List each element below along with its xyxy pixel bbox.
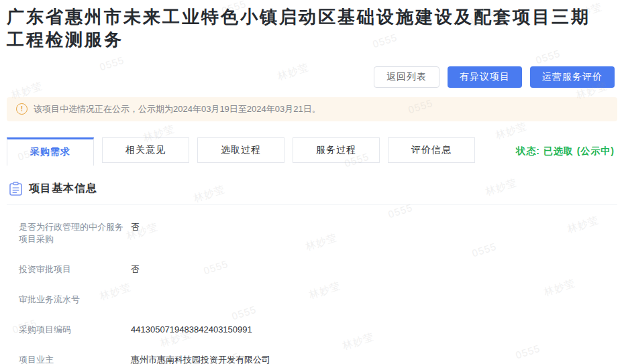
section-header-basic-info: 项目基本信息 [9, 182, 624, 196]
clipboard-icon [9, 182, 22, 196]
publicity-alert: ! 该项目中选情况正在公示，公示期为2024年03月19日至2024年03月21… [7, 97, 617, 121]
field-value: 否 [131, 263, 140, 276]
tab-procurement-demand[interactable]: 采购需求 [7, 137, 94, 166]
tab-bar: 采购需求 相关意见 选取过程 服务过程 评价信息 状态: 已选取 (公示中) [7, 137, 615, 166]
alert-text: 该项目中选情况正在公示，公示期为2024年03月19日至2024年03月21日。 [34, 103, 321, 115]
basic-info-fields: 是否为行政管理的中介服务项目采购 否 投资审批项目 否 审批业务流水号 采购项目… [19, 221, 624, 364]
section-title: 项目基本信息 [29, 182, 97, 196]
project-status-badge: 状态: 已选取 (公示中) [516, 145, 615, 158]
project-detail-page: 广东省惠州市未来工业特色小镇启动区基础设施建设及配套项目三期工程检测服务 返回列… [0, 0, 624, 364]
warning-circle-icon: ! [16, 103, 28, 115]
page-title: 广东省惠州市未来工业特色小镇启动区基础设施建设及配套项目三期工程检测服务 [7, 5, 597, 52]
field-value: 否 [131, 221, 140, 247]
tab-evaluation-info[interactable]: 评价信息 [388, 137, 475, 163]
field-row-intermediary-procurement: 是否为行政管理的中介服务项目采购 否 [19, 221, 624, 247]
field-row-approval-serial-number: 审批业务流水号 [19, 294, 624, 306]
field-row-project-owner: 项目业主 惠州市惠南科技园投资开发有限公司 [19, 354, 624, 364]
status-value: 已选取 (公示中) [543, 145, 615, 156]
field-row-procurement-project-code: 采购项目编码 4413050719483842403150991 [19, 324, 624, 337]
tab-related-opinions[interactable]: 相关意见 [102, 137, 189, 163]
service-evaluation-button[interactable]: 运营服务评价 [530, 66, 615, 88]
tab-selection-process[interactable]: 选取过程 [197, 137, 284, 163]
field-row-investment-approval: 投资审批项目 否 [19, 263, 624, 276]
dispute-project-button[interactable]: 有异议项目 [448, 66, 522, 88]
field-label: 是否为行政管理的中介服务项目采购 [19, 221, 131, 247]
field-value: 惠州市惠南科技园投资开发有限公司 [131, 354, 270, 364]
field-label: 审批业务流水号 [19, 294, 131, 306]
back-to-list-button[interactable]: 返回列表 [374, 66, 439, 88]
field-label: 项目业主 [19, 354, 131, 364]
action-bar: 返回列表 有异议项目 运营服务评价 [0, 66, 615, 88]
section-divider [7, 204, 617, 205]
tab-service-process[interactable]: 服务过程 [293, 137, 380, 163]
field-label: 采购项目编码 [19, 324, 131, 337]
field-value: 4413050719483842403150991 [131, 324, 252, 337]
field-label: 投资审批项目 [19, 263, 131, 276]
status-label: 状态: [516, 145, 540, 156]
